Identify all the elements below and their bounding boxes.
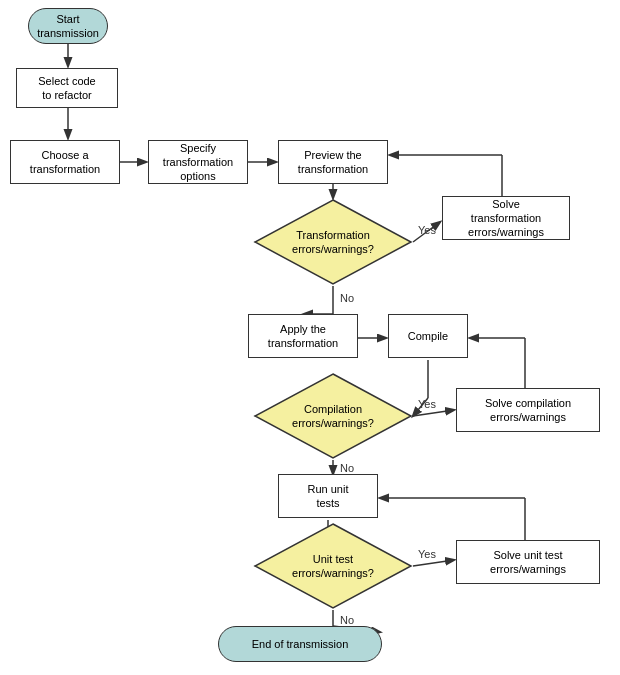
svg-line-13 xyxy=(413,410,454,416)
solve-unit-label: Solve unit testerrors/warnings xyxy=(490,548,566,577)
select-node: Select codeto refactor xyxy=(16,68,118,108)
solve-transform-node: Solvetransformationerrors/warnings xyxy=(442,196,570,240)
choose-node: Choose atransformation xyxy=(10,140,120,184)
no-label-transform: No xyxy=(340,292,354,304)
choose-label: Choose atransformation xyxy=(30,148,100,177)
specify-node: Specifytransformationoptions xyxy=(148,140,248,184)
yes-label-transform: Yes xyxy=(418,224,436,236)
select-label: Select codeto refactor xyxy=(38,74,95,103)
start-node: Start transmission xyxy=(28,8,108,44)
end-node: End of transmission xyxy=(218,626,382,662)
preview-node: Preview thetransformation xyxy=(278,140,388,184)
compile-label: Compile xyxy=(408,329,448,343)
solve-compile-node: Solve compilationerrors/warnings xyxy=(456,388,600,432)
no-label-unit: No xyxy=(340,614,354,626)
svg-line-19 xyxy=(413,560,454,566)
no-label-compile: No xyxy=(340,462,354,474)
solve-unit-node: Solve unit testerrors/warnings xyxy=(456,540,600,584)
transform-diamond: Transformationerrors/warnings? xyxy=(253,198,413,286)
apply-node: Apply thetransformation xyxy=(248,314,358,358)
preview-label: Preview thetransformation xyxy=(298,148,368,177)
compile-node: Compile xyxy=(388,314,468,358)
apply-label: Apply thetransformation xyxy=(268,322,338,351)
svg-line-12 xyxy=(413,398,428,416)
svg-line-5 xyxy=(413,222,440,242)
start-label: Start transmission xyxy=(37,12,99,41)
unit-diamond-label: Unit testerrors/warnings? xyxy=(292,552,374,581)
end-label: End of transmission xyxy=(252,637,349,651)
transform-diamond-label: Transformationerrors/warnings? xyxy=(292,228,374,257)
solve-transform-label: Solvetransformationerrors/warnings xyxy=(468,197,544,240)
compile-diamond: Compilationerrors/warnings? xyxy=(253,372,413,460)
flowchart-diagram: Yes No Yes No Yes No Start transmission … xyxy=(0,0,620,675)
run-unit-node: Run unittests xyxy=(278,474,378,518)
yes-label-compile: Yes xyxy=(418,398,436,410)
compile-diamond-label: Compilationerrors/warnings? xyxy=(292,402,374,431)
yes-label-unit: Yes xyxy=(418,548,436,560)
run-unit-label: Run unittests xyxy=(308,482,349,511)
solve-compile-label: Solve compilationerrors/warnings xyxy=(485,396,571,425)
unit-diamond: Unit testerrors/warnings? xyxy=(253,522,413,610)
specify-label: Specifytransformationoptions xyxy=(163,141,233,184)
